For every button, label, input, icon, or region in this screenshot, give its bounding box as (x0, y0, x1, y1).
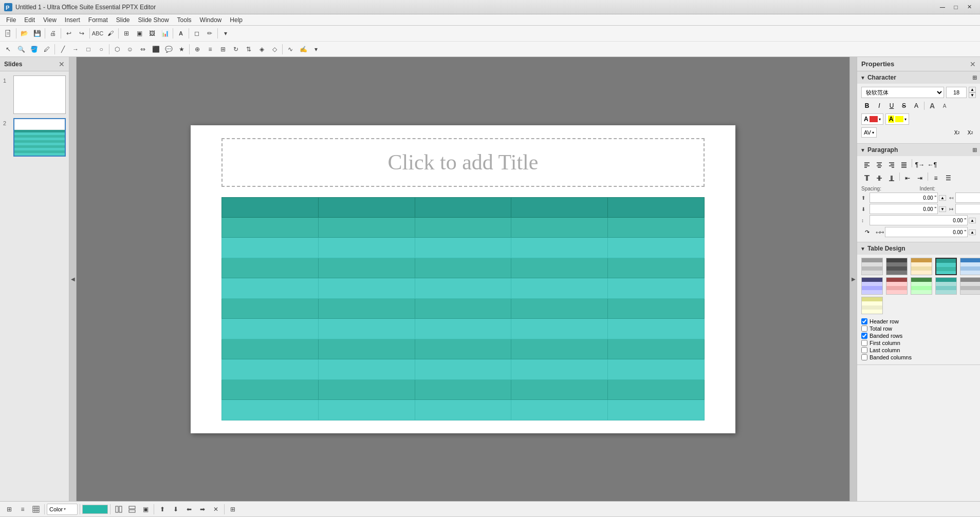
flowchart-button[interactable]: ⬛ (150, 43, 162, 55)
save-button[interactable]: 💾 (31, 27, 43, 40)
table-cell[interactable] (511, 217, 608, 237)
table-cell[interactable] (608, 197, 705, 217)
extra-indent-input[interactable] (885, 227, 968, 237)
color-dropdown[interactable]: Color ▾ (47, 504, 78, 515)
extra-indent-btn[interactable]: ↷ (861, 226, 873, 238)
bezier-button[interactable]: ∿ (284, 43, 297, 55)
table-cell[interactable] (511, 238, 608, 258)
menu-edit[interactable]: Edit (20, 14, 39, 26)
menu-file[interactable]: File (2, 14, 20, 26)
table-ops-2[interactable] (126, 503, 138, 515)
ltr-button[interactable]: ¶→ (914, 159, 926, 170)
list-unordered-button[interactable]: ≡ (930, 173, 941, 184)
table-grid-button[interactable]: ⊞ (120, 27, 133, 40)
close-button[interactable]: ✕ (963, 2, 976, 12)
table-cell[interactable] (415, 197, 511, 217)
menu-slide[interactable]: Slide (112, 14, 134, 26)
menu-format[interactable]: Format (84, 14, 112, 26)
paragraph-section-header[interactable]: ▼ Paragraph ⊞ (857, 144, 980, 156)
table-cell[interactable] (318, 298, 415, 318)
table-style-10[interactable] (960, 277, 980, 295)
table-cell[interactable] (318, 197, 415, 217)
table-cell[interactable] (318, 379, 415, 399)
menu-view[interactable]: View (39, 14, 61, 26)
subscript-button[interactable]: X2 (965, 127, 976, 138)
bottom-view-list[interactable]: ≡ (16, 503, 29, 515)
menu-window[interactable]: Window (196, 14, 226, 26)
collapse-right-panel[interactable]: ▶ (849, 57, 857, 501)
paragraph-expand-btn[interactable]: ⊞ (972, 147, 977, 154)
select-button[interactable]: ↖ (2, 43, 14, 55)
table-cell[interactable] (511, 379, 608, 399)
table-cell[interactable] (318, 258, 415, 278)
arrows-button[interactable]: ⇔ (137, 43, 149, 55)
slide-canvas[interactable]: Click to add Title (191, 125, 735, 433)
table-cell[interactable] (318, 278, 415, 298)
delete-row-col[interactable]: ✕ (210, 503, 222, 515)
rotate-button[interactable]: ↻ (230, 43, 242, 55)
caps-button[interactable]: A (911, 100, 922, 111)
table-cell[interactable] (222, 217, 319, 237)
table-style-7[interactable] (886, 277, 908, 295)
table-cell[interactable] (318, 319, 415, 339)
font-color-arrow[interactable]: ▾ (879, 117, 881, 122)
italic-button[interactable]: I (874, 100, 885, 111)
table-cell[interactable] (608, 298, 705, 318)
table-row[interactable] (222, 339, 705, 359)
insert-row-below[interactable]: ⬇ (170, 503, 182, 515)
insert-col-left[interactable]: ⬅ (183, 503, 195, 515)
shadow-button[interactable]: ◻ (191, 27, 203, 40)
align-button[interactable]: ≡ (204, 43, 216, 55)
flip-button[interactable]: ⇅ (243, 43, 255, 55)
table-design-section-header[interactable]: ▼ Table Design (857, 242, 980, 255)
above-para-input[interactable] (870, 193, 938, 203)
table-cell[interactable] (415, 379, 511, 399)
table-cell[interactable] (318, 238, 415, 258)
font-size-down-btn[interactable]: A (939, 100, 950, 111)
table-row[interactable] (222, 238, 705, 258)
font-size-down[interactable]: ▼ (969, 92, 976, 98)
below-para-input[interactable] (870, 204, 938, 214)
align-left-button[interactable] (861, 159, 873, 170)
freehand-button[interactable]: ✍ (297, 43, 309, 55)
table-cell[interactable] (318, 339, 415, 359)
bottom-insert-table-button[interactable] (30, 503, 42, 515)
table-cell[interactable] (222, 258, 319, 278)
insert-image-button[interactable]: 🖼 (146, 27, 158, 40)
line-spacing-input[interactable] (870, 215, 968, 225)
table-cell[interactable] (511, 339, 608, 359)
more-tb1[interactable]: ▾ (219, 27, 232, 40)
minimize-button[interactable]: ─ (936, 2, 949, 12)
spellcheck-button[interactable]: ABC (91, 27, 104, 40)
table-cell[interactable] (608, 359, 705, 379)
valign-bot-button[interactable] (886, 173, 897, 184)
properties-panel-close[interactable]: ✕ (970, 60, 976, 68)
table-cell[interactable] (222, 278, 319, 298)
table-style-8[interactable] (911, 277, 932, 295)
table-style-5[interactable] (960, 258, 980, 275)
valign-mid-button[interactable] (874, 173, 885, 184)
menu-insert[interactable]: Insert (61, 14, 84, 26)
table-row[interactable] (222, 319, 705, 339)
format-paint-button[interactable]: 🖌 (104, 27, 117, 40)
indent-inc-button[interactable]: ⇥ (914, 173, 926, 184)
table-cell[interactable] (222, 339, 319, 359)
table-style-3[interactable] (911, 258, 932, 275)
font-name-select[interactable]: 较软范体 (861, 87, 944, 98)
main-table[interactable] (221, 197, 705, 420)
header-row-checkbox[interactable] (861, 318, 867, 324)
slide-title-placeholder[interactable]: Click to add Title (221, 138, 705, 187)
table-style-9[interactable] (935, 277, 957, 295)
table-cell[interactable] (511, 319, 608, 339)
slides-panel-close[interactable]: ✕ (59, 60, 65, 68)
table-cell[interactable] (415, 319, 511, 339)
table-cell[interactable] (222, 379, 319, 399)
table-row[interactable] (222, 400, 705, 420)
slide-thumb-2[interactable]: 2 (3, 118, 66, 157)
table-row[interactable] (222, 359, 705, 379)
table-cell[interactable] (608, 319, 705, 339)
table-cell[interactable] (415, 278, 511, 298)
more-tb2[interactable]: ▾ (310, 43, 322, 55)
extra-indent-up[interactable]: ▲ (969, 229, 976, 235)
redo-button[interactable]: ↪ (76, 27, 88, 40)
